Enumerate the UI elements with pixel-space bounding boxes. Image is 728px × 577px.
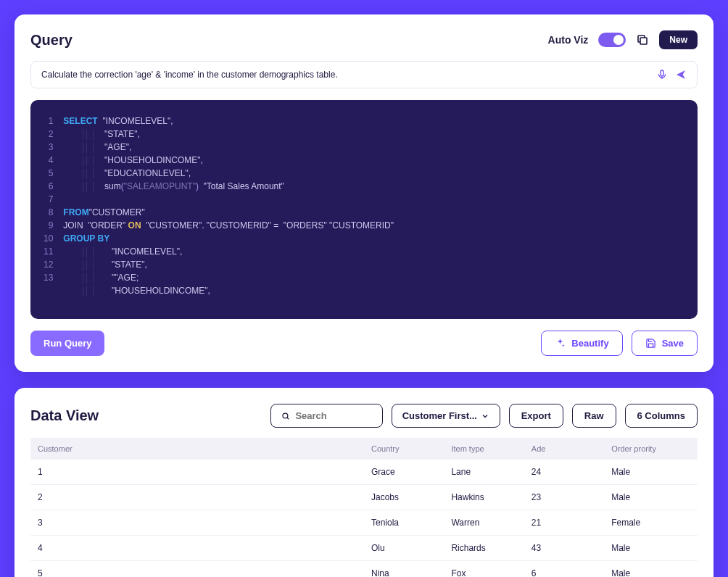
query-header-actions: Auto Viz New (548, 30, 698, 49)
table-row[interactable]: 1GraceLane24Male (30, 460, 698, 485)
table-cell: 2 (30, 485, 364, 510)
table-cell: Fox (444, 561, 524, 578)
code-editor[interactable]: 12345678910111213 SELECT "INCOMELEVEL", … (30, 100, 698, 319)
sparkle-icon (555, 338, 566, 349)
table-cell: 6 (524, 561, 604, 578)
query-title: Query (30, 32, 73, 49)
autoviz-toggle[interactable] (598, 33, 626, 47)
table-cell: 4 (30, 536, 364, 561)
toggle-knob (613, 35, 624, 45)
save-icon (645, 338, 656, 349)
table-cell: 24 (524, 460, 604, 485)
table-row[interactable]: 4OluRichards43Male (30, 536, 698, 561)
table-header-row: Customer Country Item type Ade Order pro… (30, 438, 698, 460)
search-icon (281, 411, 290, 421)
table-cell: 5 (30, 561, 364, 578)
table-cell: Nina (364, 561, 444, 578)
table-cell: 43 (524, 536, 604, 561)
th-itemtype: Item type (444, 438, 524, 460)
table-cell: Grace (364, 460, 444, 485)
table-row[interactable]: 3TeniolaWarren21Female (30, 510, 698, 536)
svg-line-3 (286, 417, 288, 418)
beautify-button[interactable]: Beautify (541, 331, 622, 356)
table-cell: 23 (524, 485, 604, 510)
th-priority: Order prority (604, 438, 698, 460)
svg-rect-1 (661, 70, 663, 76)
autoviz-label: Auto Viz (548, 34, 589, 46)
send-icon[interactable] (675, 69, 687, 80)
th-ade: Ade (524, 438, 604, 460)
table-cell: Lane (444, 460, 524, 485)
table-cell: Male (604, 460, 698, 485)
query-footer-right: Beautify Save (541, 331, 698, 356)
prompt-input[interactable] (41, 70, 649, 80)
query-card: Query Auto Viz New 12345678910111213 SEL… (15, 14, 713, 372)
table-cell: Jacobs (364, 485, 444, 510)
beautify-label: Beautify (571, 338, 608, 349)
save-button[interactable]: Save (632, 331, 698, 356)
query-header: Query Auto Viz New (30, 30, 698, 49)
table-cell: Warren (444, 510, 524, 536)
prompt-bar[interactable] (30, 61, 698, 88)
chevron-down-icon (481, 412, 489, 420)
table-cell: Male (604, 485, 698, 510)
svg-rect-0 (640, 38, 647, 44)
table-cell: Female (604, 510, 698, 536)
mic-icon[interactable] (656, 69, 668, 80)
copy-icon[interactable] (636, 33, 649, 46)
table-cell: 1 (30, 460, 364, 485)
new-button[interactable]: New (659, 30, 698, 49)
table-cell: Richards (444, 536, 524, 561)
search-input[interactable] (295, 410, 371, 421)
table-cell: Hawkins (444, 485, 524, 510)
save-label: Save (662, 338, 684, 349)
raw-button[interactable]: Raw (572, 404, 616, 428)
customer-dropdown[interactable]: Customer First... (392, 404, 500, 428)
th-country: Country (364, 438, 444, 460)
run-query-button[interactable]: Run Query (30, 331, 104, 356)
table-cell: Olu (364, 536, 444, 561)
table-cell: 21 (524, 510, 604, 536)
svg-point-2 (283, 413, 288, 418)
dataview-card: Data View Customer First... Export Raw 6… (15, 388, 713, 577)
data-table: Customer Country Item type Ade Order pro… (30, 438, 698, 577)
export-button[interactable]: Export (509, 404, 563, 428)
th-customer: Customer (30, 438, 364, 460)
search-box[interactable] (270, 404, 383, 428)
table-cell: Male (604, 561, 698, 578)
table-cell: Male (604, 536, 698, 561)
table-cell: 3 (30, 510, 364, 536)
dropdown-label: Customer First... (402, 410, 477, 421)
columns-button[interactable]: 6 Columns (625, 404, 698, 428)
query-footer: Run Query Beautify Save (30, 331, 698, 356)
line-numbers: 12345678910111213 (44, 115, 53, 297)
dataview-header: Data View Customer First... Export Raw 6… (30, 404, 698, 428)
code-content: SELECT "INCOMELEVEL", "STATE", "AGE", "H… (63, 115, 394, 297)
table-row[interactable]: 5NinaFox6Male (30, 561, 698, 578)
table-cell: Teniola (364, 510, 444, 536)
dataview-title: Data View (30, 407, 262, 424)
table-row[interactable]: 2JacobsHawkins23Male (30, 485, 698, 510)
